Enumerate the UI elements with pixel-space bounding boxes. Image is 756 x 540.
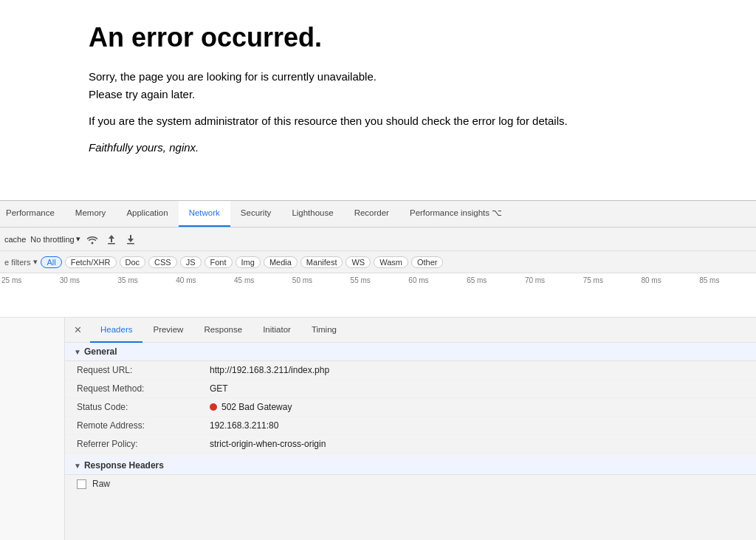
throttle-arrow: ▾ <box>76 234 80 244</box>
filter-manifest[interactable]: Manifest <box>300 256 343 268</box>
filter-wasm[interactable]: Wasm <box>374 256 408 268</box>
error-para3: If you are the system administrator of t… <box>89 112 667 130</box>
tab-performance-insights[interactable]: Performance insights ⌥ <box>399 201 512 227</box>
filter-doc[interactable]: Doc <box>120 256 146 268</box>
request-tab-response[interactable]: Response <box>193 318 252 343</box>
close-button[interactable]: ✕ <box>71 324 84 337</box>
filter-js[interactable]: JS <box>180 256 202 268</box>
timeline-label-0: 25 ms <box>0 276 58 284</box>
response-headers-section-header[interactable]: ▼ Response Headers <box>65 457 756 475</box>
svg-rect-0 <box>108 243 115 245</box>
download-icon[interactable] <box>123 232 138 247</box>
request-tab-headers[interactable]: Headers <box>90 318 142 343</box>
header-row-remote: Remote Address: 192.168.3.211:80 <box>65 417 756 435</box>
page-content: An error occurred. Sorry, the page you a… <box>0 0 756 180</box>
raw-label: Raw <box>92 479 110 489</box>
header-key-remote: Remote Address: <box>77 420 210 431</box>
timeline-label-4: 45 ms <box>233 276 291 284</box>
timeline-label-1: 30 ms <box>58 276 117 284</box>
wifi-icon[interactable] <box>85 232 100 247</box>
timeline-label-7: 60 ms <box>407 276 465 284</box>
error-body: Sorry, the page you are looking for is c… <box>89 68 667 157</box>
request-tab-initiator[interactable]: Initiator <box>252 318 301 343</box>
devtools-filters: e filters ▾ All Fetch/XHR Doc CSS JS Fon… <box>0 251 756 273</box>
status-dot <box>210 403 217 411</box>
header-row-method: Request Method: GET <box>65 380 756 398</box>
headers-section: ▼ General Request URL: http://192.168.3.… <box>65 343 756 540</box>
devtools-tabs: Performance Memory Application Network S… <box>0 201 756 228</box>
timeline-label-11: 80 ms <box>639 276 698 284</box>
header-key-method: Request Method: <box>77 383 210 394</box>
filter-img[interactable]: Img <box>236 256 261 268</box>
filter-label: e filters <box>4 258 30 267</box>
header-key-status: Status Code: <box>77 402 210 412</box>
timeline-label-5: 50 ms <box>291 276 349 284</box>
timeline-label-9: 70 ms <box>523 276 582 284</box>
header-row-referrer: Referrer Policy: strict-origin-when-cros… <box>65 435 756 454</box>
request-detail: ✕ Headers Preview Response Initiator Tim… <box>65 318 756 540</box>
error-signature: Faithfully yours, nginx. <box>89 139 667 157</box>
timeline-label-12: 85 ms <box>698 276 756 284</box>
devtools-panel: Performance Memory Application Network S… <box>0 200 756 540</box>
raw-checkbox[interactable] <box>77 479 86 489</box>
filter-media[interactable]: Media <box>264 256 298 268</box>
error-para1: Sorry, the page you are looking for is c… <box>89 68 667 103</box>
cache-label: cache <box>4 235 26 244</box>
tab-security[interactable]: Security <box>230 201 282 227</box>
filter-ws[interactable]: WS <box>346 256 371 268</box>
throttle-label: No throttling <box>30 235 74 244</box>
filter-other[interactable]: Other <box>411 256 444 268</box>
tab-performance[interactable]: Performance <box>0 201 65 227</box>
devtools-timeline: 25 ms 30 ms 35 ms 40 ms 45 ms 50 ms 55 m… <box>0 273 756 318</box>
timeline-label-3: 40 ms <box>174 276 233 284</box>
tab-application[interactable]: Application <box>116 201 178 227</box>
filter-arrow[interactable]: ▾ <box>33 257 38 267</box>
timeline-label-6: 55 ms <box>349 276 408 284</box>
request-tab-preview[interactable]: Preview <box>142 318 193 343</box>
tab-recorder[interactable]: Recorder <box>344 201 399 227</box>
response-headers-raw-row: Raw <box>65 475 756 493</box>
timeline-label-8: 65 ms <box>465 276 523 284</box>
header-row-status: Status Code: 502 Bad Gateway <box>65 398 756 417</box>
general-section-header[interactable]: ▼ General <box>65 343 756 361</box>
response-headers-title: Response Headers <box>84 460 164 471</box>
header-val-method: GET <box>210 383 744 394</box>
filter-font[interactable]: Font <box>205 256 233 268</box>
filter-css[interactable]: CSS <box>148 256 177 268</box>
timeline-label-2: 35 ms <box>117 276 175 284</box>
filter-fetch-xhr[interactable]: Fetch/XHR <box>65 256 117 268</box>
timeline-labels: 25 ms 30 ms 35 ms 40 ms 45 ms 50 ms 55 m… <box>0 273 756 284</box>
error-title: An error occurred. <box>89 22 667 53</box>
header-val-remote: 192.168.3.211:80 <box>210 420 744 431</box>
header-val-status: 502 Bad Gateway <box>210 402 744 412</box>
general-title: General <box>84 346 117 357</box>
request-tabs: ✕ Headers Preview Response Initiator Tim… <box>65 318 756 343</box>
timeline-label-10: 75 ms <box>582 276 640 284</box>
svg-rect-1 <box>127 243 134 245</box>
tab-memory[interactable]: Memory <box>65 201 117 227</box>
header-val-url: http://192.168.3.211/index.php <box>210 365 744 375</box>
network-list <box>0 318 65 540</box>
throttle-select[interactable]: No throttling ▾ <box>30 234 80 244</box>
header-val-referrer: strict-origin-when-cross-origin <box>210 439 744 449</box>
general-triangle: ▼ <box>74 348 81 356</box>
header-row-url: Request URL: http://192.168.3.211/index.… <box>65 361 756 380</box>
tab-lighthouse[interactable]: Lighthouse <box>281 201 343 227</box>
devtools-body: ✕ Headers Preview Response Initiator Tim… <box>0 318 756 540</box>
devtools-toolbar: cache No throttling ▾ <box>0 228 756 251</box>
header-key-referrer: Referrer Policy: <box>77 439 210 449</box>
response-headers-triangle: ▼ <box>74 462 81 470</box>
header-key-url: Request URL: <box>77 365 210 375</box>
upload-icon[interactable] <box>104 232 119 247</box>
filter-all[interactable]: All <box>41 256 61 268</box>
tab-network[interactable]: Network <box>179 201 230 227</box>
request-tab-timing[interactable]: Timing <box>301 318 347 343</box>
